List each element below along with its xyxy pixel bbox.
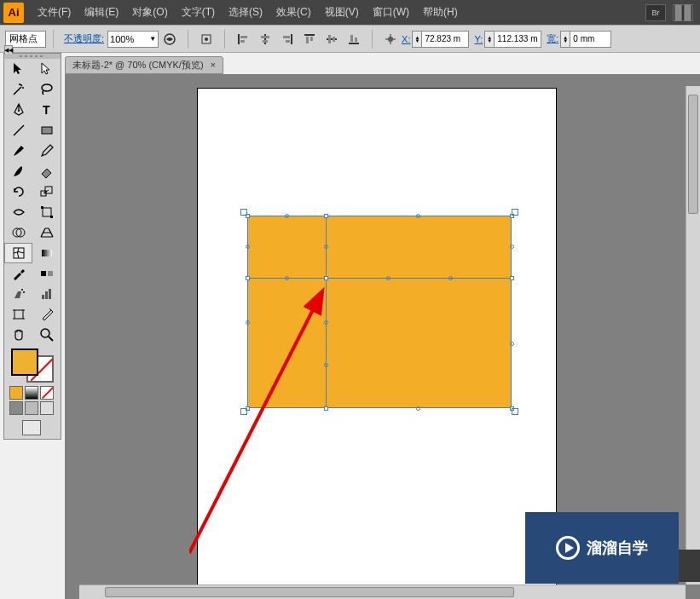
mesh-handle[interactable] bbox=[246, 245, 250, 249]
line-tool[interactable] bbox=[4, 120, 32, 141]
document-tab[interactable]: 未标题-2* @ 70% (CMYK/预览) × bbox=[65, 56, 223, 74]
align-left-icon[interactable] bbox=[234, 30, 252, 49]
x-spinner-icon[interactable]: ▲▼ bbox=[412, 31, 422, 48]
selection-corner[interactable] bbox=[512, 209, 518, 216]
artboard-tool[interactable] bbox=[4, 304, 32, 325]
w-input[interactable] bbox=[570, 31, 611, 48]
opacity-dropdown[interactable]: 100% ▼ bbox=[107, 31, 159, 48]
scale-tool[interactable] bbox=[32, 181, 61, 202]
align-top-icon[interactable] bbox=[300, 30, 319, 49]
mesh-handle[interactable] bbox=[324, 363, 328, 367]
blend-tool[interactable] bbox=[32, 263, 61, 284]
mesh-anchor[interactable] bbox=[246, 276, 250, 280]
eyedropper-tool[interactable] bbox=[4, 263, 32, 284]
direct-selection-tool[interactable] bbox=[32, 59, 61, 79]
scrollbar-thumb[interactable] bbox=[105, 587, 514, 597]
mesh-handle[interactable] bbox=[285, 214, 289, 218]
mesh-handle[interactable] bbox=[416, 406, 420, 411]
canvas[interactable] bbox=[79, 86, 686, 585]
mesh-rectangle[interactable] bbox=[247, 216, 512, 408]
mesh-handle[interactable] bbox=[324, 320, 328, 325]
align-bottom-icon[interactable] bbox=[344, 30, 363, 49]
lasso-tool[interactable] bbox=[32, 79, 61, 100]
menu-help[interactable]: 帮助(H) bbox=[416, 2, 465, 23]
graph-tool[interactable] bbox=[32, 284, 61, 304]
shape-builder-tool[interactable] bbox=[4, 222, 32, 243]
fill-color-swatch[interactable] bbox=[11, 348, 38, 376]
align-vcenter-icon[interactable] bbox=[322, 30, 341, 49]
menu-select[interactable]: 选择(S) bbox=[222, 2, 269, 23]
width-tool[interactable] bbox=[4, 202, 32, 222]
opacity-label[interactable]: 不透明度: bbox=[64, 32, 104, 45]
scrollbar-thumb[interactable] bbox=[688, 95, 698, 214]
x-input[interactable] bbox=[422, 31, 469, 48]
mesh-handle[interactable] bbox=[416, 214, 420, 218]
w-spinner-icon[interactable]: ▲▼ bbox=[560, 31, 570, 48]
paintbrush-tool[interactable] bbox=[4, 141, 32, 161]
perspective-tool[interactable] bbox=[32, 222, 61, 243]
zoom-tool[interactable] bbox=[32, 325, 61, 345]
mesh-handle[interactable] bbox=[448, 276, 453, 280]
y-spinner-icon[interactable]: ▲▼ bbox=[484, 31, 495, 48]
selection-corner[interactable] bbox=[512, 408, 518, 415]
scrollbar-horizontal[interactable] bbox=[79, 585, 686, 599]
bridge-icon[interactable]: Br bbox=[645, 4, 666, 21]
panel-collapse-icon[interactable]: ◀◀ bbox=[4, 45, 13, 54]
draw-behind-icon[interactable] bbox=[25, 401, 38, 415]
mesh-anchor[interactable] bbox=[324, 276, 328, 280]
screen-mode-icon[interactable] bbox=[22, 420, 41, 435]
x-label[interactable]: X: bbox=[402, 34, 410, 44]
menu-window[interactable]: 窗口(W) bbox=[366, 2, 416, 23]
selection-corner[interactable] bbox=[240, 209, 247, 216]
mesh-handle[interactable] bbox=[285, 276, 289, 280]
selection-corner[interactable] bbox=[240, 408, 247, 415]
recolor-icon[interactable] bbox=[197, 30, 216, 49]
pen-tool[interactable] bbox=[4, 100, 32, 120]
rotate-tool[interactable] bbox=[4, 181, 32, 202]
mesh-handle[interactable] bbox=[246, 320, 250, 325]
gradient-tool[interactable] bbox=[32, 243, 61, 263]
mesh-tool[interactable] bbox=[4, 243, 32, 263]
w-field[interactable]: ▲▼ bbox=[560, 31, 611, 48]
mesh-anchor[interactable] bbox=[324, 214, 328, 218]
eraser-tool[interactable] bbox=[32, 161, 61, 181]
align-right-icon[interactable] bbox=[278, 30, 297, 49]
y-input[interactable] bbox=[495, 31, 541, 48]
rectangle-tool[interactable] bbox=[32, 120, 61, 141]
transform-icon[interactable] bbox=[381, 30, 400, 49]
menu-edit[interactable]: 编辑(E) bbox=[78, 2, 125, 23]
w-label[interactable]: 宽: bbox=[547, 32, 558, 45]
y-label[interactable]: Y: bbox=[474, 34, 483, 44]
style-icon[interactable] bbox=[160, 30, 179, 49]
draw-normal-icon[interactable] bbox=[9, 401, 23, 415]
menu-file[interactable]: 文件(F) bbox=[31, 2, 78, 23]
menu-effect[interactable]: 效果(C) bbox=[269, 2, 318, 23]
pencil-tool[interactable] bbox=[32, 141, 61, 161]
fill-mode-color-icon[interactable] bbox=[9, 386, 23, 400]
x-field[interactable]: ▲▼ bbox=[412, 31, 469, 48]
mesh-handle[interactable] bbox=[386, 276, 390, 280]
scrollbar-vertical[interactable] bbox=[686, 86, 700, 585]
mesh-handle[interactable] bbox=[510, 245, 514, 249]
selection-tool[interactable] bbox=[4, 59, 32, 79]
mesh-handle[interactable] bbox=[324, 245, 328, 249]
slice-tool[interactable] bbox=[32, 304, 61, 325]
menu-object[interactable]: 对象(O) bbox=[125, 2, 174, 23]
menu-type[interactable]: 文字(T) bbox=[175, 2, 222, 23]
magic-wand-tool[interactable] bbox=[4, 79, 32, 100]
arrange-docs-icon[interactable] bbox=[673, 4, 693, 21]
mesh-handle[interactable] bbox=[510, 342, 514, 346]
free-transform-tool[interactable] bbox=[32, 202, 61, 222]
symbol-sprayer-tool[interactable] bbox=[4, 284, 32, 304]
y-field[interactable]: ▲▼ bbox=[484, 31, 541, 48]
blob-brush-tool[interactable] bbox=[4, 161, 32, 181]
fill-mode-gradient-icon[interactable] bbox=[25, 386, 38, 400]
align-hcenter-icon[interactable] bbox=[256, 30, 275, 49]
close-tab-icon[interactable]: × bbox=[211, 60, 216, 70]
draw-inside-icon[interactable] bbox=[40, 401, 54, 415]
type-tool[interactable]: T bbox=[32, 100, 61, 120]
mesh-anchor[interactable] bbox=[510, 276, 514, 280]
mesh-anchor[interactable] bbox=[324, 406, 328, 411]
menu-view[interactable]: 视图(V) bbox=[318, 2, 366, 23]
hand-tool[interactable] bbox=[4, 325, 32, 345]
